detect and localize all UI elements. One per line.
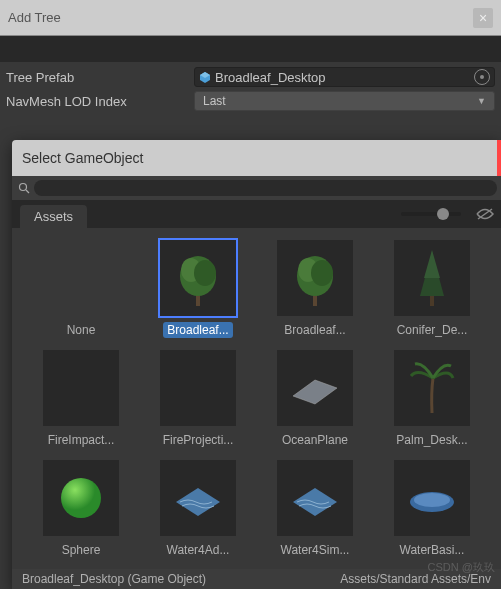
chevron-down-icon: ▼ <box>477 96 486 106</box>
asset-thumbnail <box>43 350 119 426</box>
asset-thumbnail <box>160 240 236 316</box>
tab-assets[interactable]: Assets <box>20 205 87 228</box>
search-input[interactable] <box>34 180 497 196</box>
tree-prefab-label: Tree Prefab <box>6 70 194 85</box>
asset-label: Broadleaf... <box>280 322 349 338</box>
prefab-value: Broadleaf_Desktop <box>215 70 474 85</box>
prefab-icon <box>199 71 211 83</box>
search-bar <box>12 176 501 200</box>
asset-item[interactable]: Palm_Desk... <box>374 350 491 448</box>
asset-thumbnail <box>43 460 119 536</box>
popup-title-bar: Select GameObject <box>12 140 501 176</box>
asset-thumbnail <box>277 240 353 316</box>
watermark: CSDN @玖玖 <box>428 560 495 575</box>
search-icon <box>16 180 32 196</box>
properties-panel: Tree Prefab Broadleaf_Desktop NavMesh LO… <box>0 62 501 124</box>
asset-item[interactable]: Broadleaf... <box>257 240 374 338</box>
svg-marker-15 <box>424 250 440 278</box>
zoom-thumb[interactable] <box>437 208 449 220</box>
lod-label: NavMesh LOD Index <box>6 94 194 109</box>
status-left: Broadleaf_Desktop (Game Object) <box>22 572 206 586</box>
close-button[interactable]: × <box>473 8 493 28</box>
asset-thumbnail <box>394 350 470 426</box>
close-icon: × <box>479 10 487 26</box>
tree-prefab-row: Tree Prefab Broadleaf_Desktop <box>6 66 495 88</box>
toolbar-strip <box>0 36 501 62</box>
lod-value: Last <box>203 94 226 108</box>
asset-item[interactable]: OceanPlane <box>257 350 374 448</box>
asset-label: Water4Sim... <box>277 542 354 558</box>
asset-item[interactable]: None <box>23 240 140 338</box>
asset-label: FireImpact... <box>44 432 119 448</box>
asset-grid-wrap: NoneBroadleaf...Broadleaf...Conifer_De..… <box>12 228 501 558</box>
asset-grid: NoneBroadleaf...Broadleaf...Conifer_De..… <box>12 240 501 558</box>
window-title-bar: Add Tree × <box>0 0 501 36</box>
asset-item[interactable]: Broadleaf... <box>140 240 257 338</box>
svg-point-2 <box>20 184 27 191</box>
svg-line-3 <box>26 190 29 193</box>
asset-thumbnail <box>43 240 119 316</box>
object-picker-icon[interactable] <box>474 69 490 85</box>
asset-label: OceanPlane <box>278 432 352 448</box>
window-title: Add Tree <box>8 10 61 25</box>
asset-item[interactable]: FireImpact... <box>23 350 140 448</box>
visibility-icon[interactable] <box>473 204 497 224</box>
asset-item[interactable]: Conifer_De... <box>374 240 491 338</box>
asset-label: Palm_Desk... <box>392 432 471 448</box>
asset-label: FireProjecti... <box>159 432 238 448</box>
svg-point-12 <box>311 260 333 286</box>
asset-label: None <box>63 322 100 338</box>
asset-thumbnail <box>160 460 236 536</box>
asset-label: WaterBasi... <box>396 542 469 558</box>
popup-title: Select GameObject <box>22 150 143 166</box>
asset-thumbnail <box>277 350 353 426</box>
svg-marker-18 <box>176 488 220 516</box>
asset-thumbnail <box>394 460 470 536</box>
svg-point-17 <box>61 478 101 518</box>
zoom-slider[interactable] <box>401 212 461 216</box>
object-picker-popup: Select GameObject Assets NoneBroadleaf..… <box>12 140 501 589</box>
asset-item[interactable]: Sphere <box>23 460 140 558</box>
asset-label: Broadleaf... <box>163 322 232 338</box>
tab-bar: Assets <box>12 200 501 228</box>
asset-item[interactable]: WaterBasi... <box>374 460 491 558</box>
asset-item[interactable]: Water4Ad... <box>140 460 257 558</box>
svg-marker-16 <box>293 380 337 404</box>
asset-item[interactable]: Water4Sim... <box>257 460 374 558</box>
svg-point-21 <box>414 493 450 507</box>
svg-point-8 <box>194 260 216 286</box>
lod-dropdown[interactable]: Last ▼ <box>194 91 495 111</box>
asset-label: Water4Ad... <box>163 542 234 558</box>
asset-label: Sphere <box>58 542 105 558</box>
asset-item[interactable]: FireProjecti... <box>140 350 257 448</box>
asset-thumbnail <box>160 350 236 426</box>
asset-thumbnail <box>394 240 470 316</box>
tree-prefab-field[interactable]: Broadleaf_Desktop <box>194 67 495 87</box>
asset-thumbnail <box>277 460 353 536</box>
asset-label: Conifer_De... <box>393 322 472 338</box>
lod-row: NavMesh LOD Index Last ▼ <box>6 90 495 112</box>
svg-marker-19 <box>293 488 337 516</box>
